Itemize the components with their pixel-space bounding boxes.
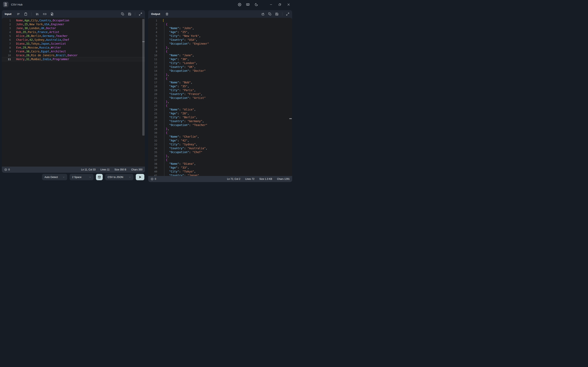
- editor-line[interactable]: 31 "Name": "Charlie",: [148, 135, 292, 139]
- import-file-button[interactable]: [51, 12, 54, 16]
- editor-line[interactable]: 41 "Country": "Japan",: [148, 174, 292, 176]
- paste-button[interactable]: [24, 12, 27, 16]
- editor-line[interactable]: 2John,25,New York,USA,Engineer: [2, 22, 145, 26]
- editor-line[interactable]: 5 "City": "New York",: [148, 34, 292, 38]
- editor-line[interactable]: 15 },: [148, 73, 292, 77]
- editor-line[interactable]: 34 "Country": "Australia",: [148, 146, 292, 150]
- editor-line[interactable]: 3 "Name": "John",: [148, 26, 292, 30]
- editor-line[interactable]: 22 },: [148, 100, 292, 104]
- editor-line[interactable]: 5Alice,28,Berlin,Germany,Teacher: [2, 34, 145, 38]
- line-number: 31: [148, 135, 157, 139]
- editor-line[interactable]: 7Diana,33,Tokyo,Japan,Scientist: [2, 42, 145, 46]
- editor-line[interactable]: 3Jane,30,London,UK,Doctor: [2, 26, 145, 30]
- line-number: 27: [148, 119, 157, 123]
- editor-line[interactable]: 9 {: [148, 50, 292, 53]
- editor-line[interactable]: 12 "City": "London",: [148, 61, 292, 65]
- editor-line[interactable]: 2 {: [148, 22, 292, 26]
- line-number: 39: [148, 166, 157, 170]
- editor-line[interactable]: 16 {: [148, 77, 292, 81]
- close-button[interactable]: [285, 1, 292, 8]
- table-view-button[interactable]: [96, 174, 103, 180]
- editor-line[interactable]: 28 "Occupation": "Teacher": [148, 123, 292, 127]
- editor-line[interactable]: 20 "Country": "France",: [148, 92, 292, 96]
- expand-output-button[interactable]: [286, 12, 289, 16]
- editor-line[interactable]: 8 },: [148, 46, 292, 50]
- save-input-button[interactable]: [128, 12, 131, 16]
- editor-line[interactable]: 24 "Name": "Alice",: [148, 108, 292, 111]
- toolbar-divider: [135, 12, 135, 16]
- indent-dropdown[interactable]: 2 Space: [70, 174, 94, 180]
- editor-line[interactable]: 7 "Occupation": "Engineer": [148, 42, 292, 46]
- editor-line[interactable]: 30 {: [148, 131, 292, 135]
- editor-line[interactable]: 13 "Country": "UK",: [148, 65, 292, 69]
- minimize-button[interactable]: [268, 1, 274, 8]
- editor-line[interactable]: 6 "Country": "USA",: [148, 38, 292, 42]
- editor-line[interactable]: 4Bob,35,Paris,France,Artist: [2, 30, 145, 34]
- copy-input-button[interactable]: [121, 12, 124, 16]
- save-icon: [275, 12, 278, 16]
- editor-line[interactable]: 11 "Age": "30",: [148, 57, 292, 61]
- theme-toggle-button[interactable]: [253, 1, 259, 8]
- editor-line[interactable]: 19 "City": "Paris",: [148, 88, 292, 92]
- editor-line[interactable]: 11Henry,31,Mumbai,India,Programmer: [2, 57, 145, 61]
- line-content: "Occupation": "Teacher": [157, 123, 207, 127]
- editor-line[interactable]: 1[: [148, 18, 292, 22]
- copy-output-button[interactable]: [268, 12, 272, 16]
- csv-input-editor[interactable]: 1Name,Age,City,Country,Occupation2John,2…: [2, 18, 145, 167]
- save-output-button[interactable]: [275, 12, 278, 16]
- moon-icon: [255, 3, 258, 6]
- format-detect-dropdown[interactable]: Auto Detect: [42, 174, 67, 180]
- line-number: 22: [148, 100, 157, 104]
- format-button[interactable]: [17, 12, 20, 16]
- expand-input-button[interactable]: [139, 12, 142, 16]
- editor-line[interactable]: 8Eve,29,Moscow,Russia,Writer: [2, 46, 145, 50]
- sample-library-button[interactable]: [36, 12, 39, 16]
- input-size: Size 350 B: [114, 168, 126, 171]
- editor-line[interactable]: 21 "Occupation": "Artist": [148, 96, 292, 100]
- settings-button[interactable]: [236, 1, 242, 8]
- editor-line[interactable]: 18 "Age": "35",: [148, 84, 292, 88]
- conversion-type-dropdown[interactable]: CSV to JSON: [105, 174, 133, 180]
- editor-line[interactable]: 36 },: [148, 154, 292, 158]
- editor-line[interactable]: 38 "Name": "Diana",: [148, 162, 292, 166]
- line-content: "City": "Sydney",: [157, 142, 198, 146]
- editor-line[interactable]: 14 "Occupation": "Doctor": [148, 69, 292, 73]
- line-content: "Age": "33",: [157, 166, 189, 170]
- line-content: "Country": "Japan",: [157, 174, 201, 176]
- editor-line[interactable]: 25 "Age": "28",: [148, 111, 292, 115]
- editor-line[interactable]: 23 {: [148, 104, 292, 108]
- circle-x-icon: [4, 168, 7, 171]
- editor-line[interactable]: 29 },: [148, 127, 292, 131]
- editor-line[interactable]: 4 "Age": "25",: [148, 30, 292, 34]
- line-number: 8: [2, 46, 11, 50]
- editor-line[interactable]: 32 "Age": "42",: [148, 139, 292, 142]
- editor-line[interactable]: 39 "Age": "33",: [148, 166, 292, 170]
- line-content: "Occupation": "Artist": [157, 96, 206, 100]
- main-content: Input: [0, 9, 294, 182]
- editor-line[interactable]: 26 "City": "Berlin",: [148, 115, 292, 119]
- keyboard-shortcuts-button[interactable]: [245, 1, 251, 8]
- line-content: {: [157, 22, 167, 26]
- editor-line[interactable]: 27 "Country": "Germany",: [148, 119, 292, 123]
- editor-line[interactable]: 10Grace,26,Rio de Janeiro,Brazil,Dancer: [2, 53, 145, 57]
- json-output-editor[interactable]: 1[2 {3 "Name": "John",4 "Age": "25",5 "C…: [148, 18, 292, 176]
- line-number: 30: [148, 131, 157, 135]
- line-content: "Country": "France",: [157, 92, 202, 96]
- editor-line[interactable]: 9Frank,38,Cairo,Egypt,Architect: [2, 50, 145, 53]
- editor-line[interactable]: 1Name,Age,City,Country,Occupation: [2, 18, 145, 22]
- line-number: 25: [148, 111, 157, 115]
- convert-button[interactable]: [136, 174, 144, 180]
- editor-line[interactable]: 10 "Name": "Jane",: [148, 53, 292, 57]
- load-url-button[interactable]: [43, 12, 46, 16]
- editor-line[interactable]: 17 "Name": "Bob",: [148, 81, 292, 84]
- editor-line[interactable]: 35 "Occupation": "Chef": [148, 150, 292, 154]
- clear-output-button[interactable]: [165, 12, 169, 16]
- editor-line[interactable]: 6Charlie,42,Sydney,Australia,Chef: [2, 38, 145, 42]
- line-content: Name,Age,City,Country,Occupation: [11, 18, 69, 22]
- editor-line[interactable]: 37 {: [148, 158, 292, 162]
- maximize-button[interactable]: [277, 1, 283, 8]
- line-number: 18: [148, 84, 157, 88]
- share-output-button[interactable]: [261, 12, 265, 16]
- editor-line[interactable]: 33 "City": "Sydney",: [148, 142, 292, 146]
- editor-line[interactable]: 40 "City": "Tokyo",: [148, 170, 292, 174]
